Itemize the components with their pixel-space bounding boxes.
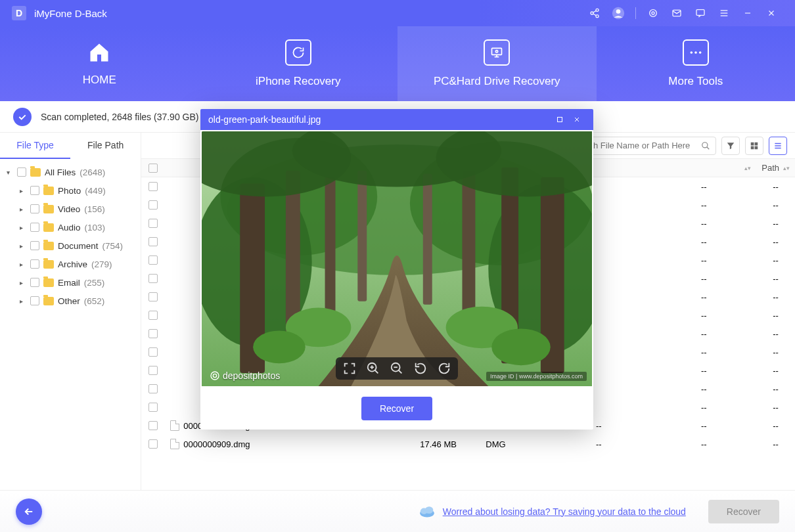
chevron-right-icon: ▸ (20, 242, 26, 250)
file-path: -- (756, 237, 795, 247)
file-size: 17.46 MB (415, 439, 480, 449)
row-checkbox[interactable] (148, 219, 158, 228)
svg-point-23 (699, 51, 702, 54)
svg-point-7 (650, 10, 657, 17)
svg-point-8 (652, 12, 654, 14)
file-path: -- (756, 347, 795, 357)
row-checkbox[interactable] (148, 292, 158, 301)
zoom-out-icon[interactable] (390, 361, 404, 376)
file-ext: -- (651, 347, 756, 357)
tab-tools-label: More Tools (668, 75, 723, 88)
preview-body: depositphotos Image ID | www.depositphot… (200, 130, 593, 388)
file-ext: -- (651, 311, 756, 321)
row-checkbox[interactable] (148, 366, 158, 375)
file-path: -- (756, 384, 795, 394)
svg-rect-49 (357, 171, 367, 301)
tree-node-archive[interactable]: ▸Archive (279) (0, 255, 141, 273)
checkbox[interactable] (30, 259, 39, 269)
minimize-button[interactable] (738, 4, 757, 22)
tab-pc-label: PC&Hard Drive Recovery (434, 75, 560, 88)
file-path: -- (756, 403, 795, 412)
row-checkbox[interactable] (148, 182, 158, 191)
tree-count: (103) (85, 223, 106, 233)
close-button[interactable] (762, 4, 781, 22)
preview-close-button[interactable] (568, 111, 585, 128)
tab-tools[interactable]: More Tools (597, 26, 796, 101)
file-ext: -- (651, 255, 756, 265)
row-checkbox[interactable] (148, 200, 158, 210)
recover-button-main[interactable]: Recover (708, 500, 779, 523)
list-view-button[interactable] (769, 137, 787, 155)
file-ext: -- (651, 366, 756, 376)
file-path: -- (756, 255, 795, 265)
checkbox[interactable] (17, 167, 26, 177)
file-ext: -- (651, 329, 756, 339)
share-icon[interactable] (585, 4, 604, 22)
cloud-link[interactable]: Worred about losing data? Try saving you… (443, 506, 686, 517)
tree-node-video[interactable]: ▸Video (156) (0, 200, 141, 218)
row-checkbox[interactable] (148, 255, 158, 265)
checkbox[interactable] (30, 296, 39, 305)
cloud-icon (418, 505, 436, 518)
svg-rect-50 (423, 174, 432, 305)
svg-point-24 (702, 142, 708, 147)
menu-icon[interactable] (715, 4, 733, 22)
tree-count: (156) (84, 204, 105, 214)
rotate-left-icon[interactable] (413, 361, 428, 376)
checkbox[interactable] (30, 223, 39, 232)
tree-node-all-files[interactable]: ▾ All Files (2648) (0, 163, 141, 181)
row-checkbox[interactable] (148, 311, 158, 320)
tree-label: Document (58, 241, 99, 251)
checkbox[interactable] (30, 241, 39, 250)
mail-icon[interactable] (668, 4, 686, 22)
sidebar-tab-file-type[interactable]: File Type (0, 133, 70, 159)
tree-node-other[interactable]: ▸Other (652) (0, 292, 141, 310)
row-checkbox[interactable] (148, 421, 158, 430)
svg-point-20 (496, 51, 498, 53)
tree-node-document[interactable]: ▸Document (754) (0, 236, 141, 255)
checkbox[interactable] (30, 278, 39, 287)
settings-icon[interactable] (644, 4, 662, 22)
row-checkbox[interactable] (148, 403, 158, 412)
file-path: -- (756, 219, 795, 229)
file-name: 0000000909.dmg (183, 439, 250, 449)
tree-count: (449) (85, 186, 106, 196)
chevron-right-icon: ▸ (20, 206, 26, 213)
col-path[interactable]: Path▴▾ (756, 163, 795, 173)
svg-point-36 (425, 506, 433, 514)
row-checkbox[interactable] (148, 439, 158, 449)
fullscreen-icon[interactable] (342, 361, 357, 376)
tab-home[interactable]: HOME (0, 26, 199, 101)
row-checkbox[interactable] (148, 347, 158, 357)
file-type-tree: ▾ All Files (2648) ▸Photo (449) ▸Video (… (0, 159, 141, 314)
account-icon[interactable] (609, 4, 627, 22)
checkbox[interactable] (30, 204, 39, 213)
chevron-right-icon: ▸ (20, 261, 26, 268)
select-all-checkbox[interactable] (148, 164, 158, 173)
checkbox[interactable] (30, 186, 39, 195)
zoom-in-icon[interactable] (366, 361, 380, 376)
tree-node-audio[interactable]: ▸Audio (103) (0, 218, 141, 236)
preview-maximize-button[interactable] (551, 111, 568, 128)
table-row[interactable]: 0000000909.dmg17.46 MBDMG------ (141, 435, 795, 453)
folder-icon (43, 187, 54, 195)
tree-node-email[interactable]: ▸Email (255) (0, 273, 141, 292)
tab-iphone[interactable]: iPhone Recovery (199, 26, 398, 101)
rotate-right-icon[interactable] (437, 361, 451, 376)
row-checkbox[interactable] (148, 274, 158, 283)
back-button[interactable] (16, 499, 42, 525)
svg-point-21 (690, 51, 693, 54)
row-checkbox[interactable] (148, 329, 158, 338)
col-ext[interactable]: ▴▾ (651, 165, 756, 171)
tree-node-photo[interactable]: ▸Photo (449) (0, 181, 141, 200)
row-checkbox[interactable] (148, 384, 158, 393)
feedback-icon[interactable] (691, 4, 710, 22)
grid-view-button[interactable] (745, 137, 763, 155)
sidebar-tab-file-path[interactable]: File Path (70, 133, 141, 159)
preview-recover-button[interactable]: Recover (361, 397, 432, 420)
filter-button[interactable] (721, 137, 740, 155)
tab-pc[interactable]: PC&Hard Drive Recovery (398, 26, 597, 101)
svg-rect-10 (696, 10, 704, 16)
row-checkbox[interactable] (148, 237, 158, 246)
tree-label: All Files (45, 167, 76, 177)
